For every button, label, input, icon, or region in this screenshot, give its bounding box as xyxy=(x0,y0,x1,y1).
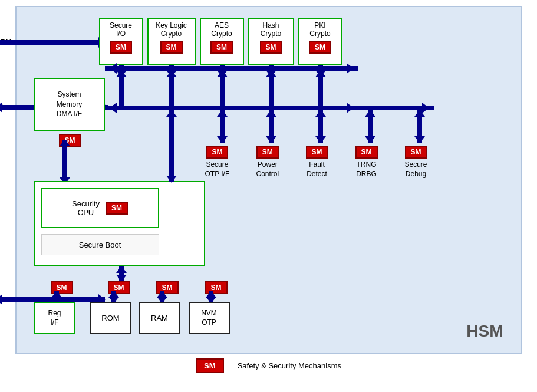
security-cpu-sm: SM xyxy=(106,202,128,215)
secure-otp-sm: SM xyxy=(206,146,228,159)
col-bus-5 xyxy=(318,71,323,110)
col-bus-trng-join xyxy=(368,106,373,110)
nvm-otp-label: NVMOTP xyxy=(201,309,217,327)
key-logic-sm: SM xyxy=(160,41,183,54)
col-bus-4 xyxy=(269,71,274,110)
legend-sm-badge: SM xyxy=(196,358,224,373)
hsm-diagram: HSM PERIPH MEM HOST SecureI/O SM Key Log… xyxy=(15,6,522,354)
key-logic-label: Key LogicCrypto xyxy=(156,21,187,38)
v-arrow-mid-1 xyxy=(220,110,225,143)
hsm-label: HSM xyxy=(466,322,503,341)
reg-if-box: RegI/F xyxy=(34,302,75,334)
pki-crypto-label: PKICrypto xyxy=(309,21,330,38)
secure-otp-label: SecureOTP I/F xyxy=(205,160,230,179)
system-memory-label: SystemMemoryDMA I/F xyxy=(57,90,82,119)
secure-boot-label: Secure Boot xyxy=(79,241,121,249)
col-bus-debug-join xyxy=(417,106,422,110)
trng-drbg-label: TRNGDRBG xyxy=(356,160,377,179)
v-arrow-sm-nvm xyxy=(209,291,213,303)
pki-crypto-box: PKICrypto SM xyxy=(298,18,342,65)
security-cpu-box: SecurityCPU SM xyxy=(41,188,159,228)
ram-box: RAM xyxy=(139,302,180,334)
v-arrow-to-bus-1 xyxy=(119,71,124,107)
v-arrow-to-sm-row-1 xyxy=(119,266,124,281)
power-control-block: SM PowerControl xyxy=(256,146,279,179)
secure-io-sm: SM xyxy=(110,41,132,54)
legend: SM = Safety & Security Mechanisms xyxy=(196,358,341,373)
trng-drbg-sm: SM xyxy=(355,146,378,159)
legend-description: = Safety & Security Mechanisms xyxy=(231,361,342,370)
hash-crypto-box: HashCrypto SM xyxy=(248,18,294,65)
rom-box: ROM xyxy=(90,302,131,334)
v-arrow-mid-5 xyxy=(417,110,422,143)
secure-debug-block: SM SecureDebug xyxy=(405,146,427,179)
key-logic-box: Key LogicCrypto SM xyxy=(147,18,196,65)
security-cpu-label: SecurityCPU xyxy=(72,199,100,217)
mid-horizontal-bus xyxy=(170,106,434,110)
v-arrow-sm-ram xyxy=(160,291,164,303)
secure-debug-label: SecureDebug xyxy=(405,160,427,179)
hash-crypto-label: HashCrypto xyxy=(261,21,281,38)
power-control-sm: SM xyxy=(256,146,279,159)
reg-if-label: RegI/F xyxy=(48,309,61,327)
rom-label: ROM xyxy=(101,314,119,322)
trng-drbg-block: SM TRNGDRBG xyxy=(355,146,378,179)
v-arrow-mid-2 xyxy=(269,110,274,143)
security-subsystem-box: SecurityCPU SM Secure Boot xyxy=(34,181,205,266)
secure-io-label: SecureI/O xyxy=(110,21,132,38)
aes-crypto-box: AESCrypto SM xyxy=(200,18,244,65)
aes-crypto-label: AESCrypto xyxy=(211,21,232,38)
secure-debug-sm: SM xyxy=(405,146,427,159)
hash-crypto-sm: SM xyxy=(260,41,282,54)
power-control-label: PowerControl xyxy=(256,160,279,179)
v-arrow-mid-3 xyxy=(318,110,323,143)
fault-detect-sm: SM xyxy=(306,146,328,159)
v-main-bus-left xyxy=(169,110,174,182)
nvm-otp-box: NVMOTP xyxy=(189,302,230,334)
page-container: HSM PERIPH MEM HOST SecureI/O SM Key Log… xyxy=(0,0,537,392)
pki-crypto-sm: SM xyxy=(309,41,331,54)
col-bus-3 xyxy=(220,71,225,110)
ram-label: RAM xyxy=(151,314,168,322)
periph-arrow xyxy=(0,40,105,45)
system-memory-box: SystemMemoryDMA I/F xyxy=(34,78,105,131)
secure-io-box: SecureI/O SM xyxy=(99,18,143,65)
v-arrow-sm-cpu xyxy=(62,140,67,184)
secure-boot-box: Secure Boot xyxy=(41,234,159,255)
aes-crypto-sm: SM xyxy=(210,41,233,54)
fault-detect-label: FaultDetect xyxy=(307,160,327,179)
v-arrow-to-bus-2 xyxy=(169,71,174,107)
v-arrow-sm-regif xyxy=(54,291,59,303)
v-arrow-sm-rom xyxy=(111,291,116,303)
v-arrow-mid-4 xyxy=(368,110,373,143)
fault-detect-block: SM FaultDetect xyxy=(306,146,328,179)
secure-otp-block: SM SecureOTP I/F xyxy=(205,146,230,179)
